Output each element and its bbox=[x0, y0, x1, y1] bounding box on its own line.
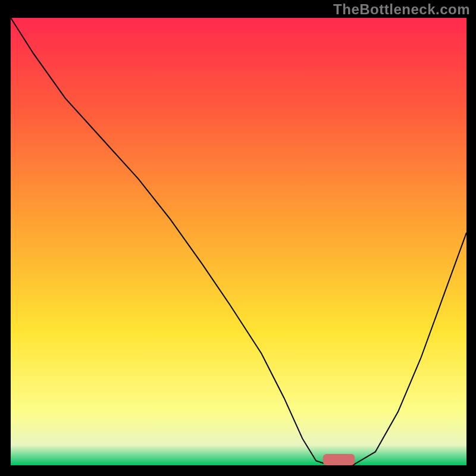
chart-plot-area bbox=[11, 18, 466, 465]
chart-svg bbox=[11, 18, 466, 465]
optimal-range-marker bbox=[323, 454, 355, 465]
watermark-text: TheBottleneck.com bbox=[333, 1, 470, 18]
gradient-background bbox=[11, 18, 466, 465]
chart-frame: TheBottleneck.com bbox=[0, 0, 476, 476]
